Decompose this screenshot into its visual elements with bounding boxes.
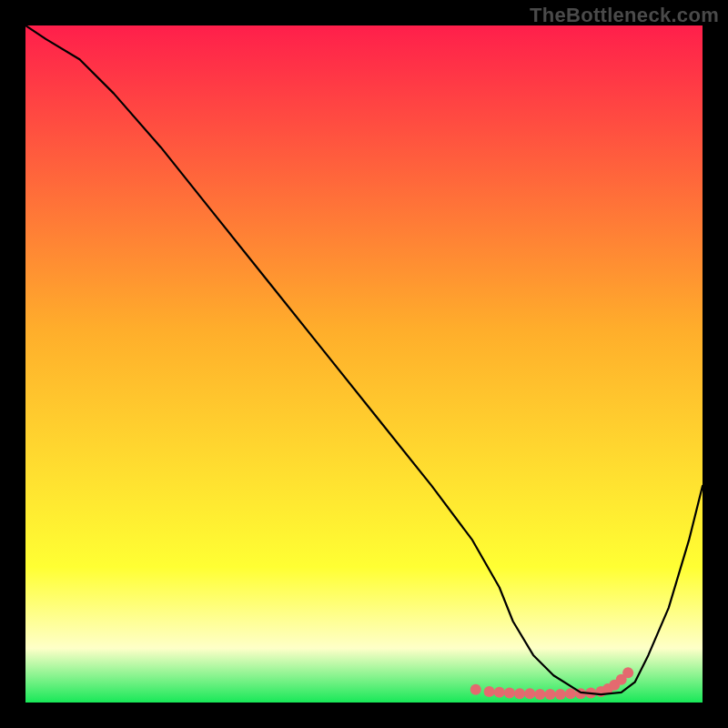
highlight-dot (555, 689, 566, 700)
highlight-dot (545, 689, 556, 700)
highlight-dot (494, 687, 505, 698)
highlight-dot (534, 689, 545, 700)
highlight-dot (484, 686, 495, 697)
highlight-dot (504, 688, 515, 699)
highlight-dot (565, 688, 576, 699)
gradient-background (25, 25, 703, 703)
watermark-text: TheBottleneck.com (530, 4, 719, 27)
highlight-dot (622, 667, 633, 678)
highlight-dot (514, 688, 525, 699)
chart-frame: TheBottleneck.com (0, 0, 728, 728)
plot-area (25, 25, 703, 703)
chart-svg (25, 25, 703, 703)
highlight-dot (470, 684, 481, 695)
highlight-dot (524, 688, 535, 699)
